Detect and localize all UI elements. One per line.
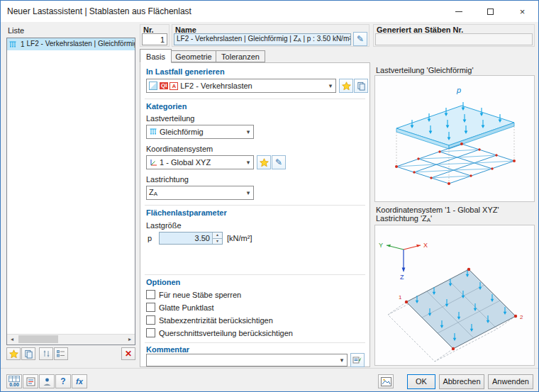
preview-top-title: Lastverteilung 'Gleichförmig' [376,66,473,74]
checkbox[interactable] [146,290,155,299]
dialog-window: Neuer Lastassistent | Stablasten aus Flä… [0,0,539,392]
node-2-label: 2 [520,314,523,320]
checkbox[interactable] [146,315,155,325]
direction-label: Lastrichtung [146,175,189,184]
loadcase-type-badge: A [170,82,178,90]
coordsys-dropdown[interactable]: 1 - Global XYZ ▾ [146,155,254,169]
load-list: 1 LF2 - Verkehrslasten | Gleichförmig | … [6,38,135,345]
new-star-icon [260,158,269,167]
display-properties-button[interactable] [23,374,38,388]
loadcase-section-header: In Lastfall generieren [146,67,225,76]
scroll-left-button[interactable]: ◂ [7,335,17,345]
edit-coordsys-button[interactable]: ✎ [272,155,286,169]
minimize-button[interactable] [443,1,474,22]
close-icon: × [520,6,526,17]
apply-button[interactable]: Anwenden [488,374,533,389]
person-icon [43,377,52,386]
basis-tab-panel: In Lastfall generieren QI A LF2 - Verkeh… [140,62,370,367]
list-delete-button[interactable]: ✕ [121,347,135,360]
list-sort-button[interactable] [39,347,53,360]
load-distribution-preview: p [375,76,534,201]
load-item-icon [9,40,17,49]
loadcase-dropdown[interactable]: QI A LF2 - Verkehrslasten ▾ [146,79,336,93]
p-value: 3.50 [160,233,212,244]
formula-button[interactable]: fx [72,374,87,388]
loadcase-color-chip [149,82,157,90]
window-title: Neuer Lastassistent | Stablasten aus Flä… [1,6,191,16]
chevron-down-icon: ▾ [243,128,253,135]
list-lines-icon [57,350,65,357]
p-load-label: p [456,86,461,94]
pencil-icon: ✎ [275,158,282,167]
new-loadcase-button[interactable] [339,79,353,93]
preview-settings-button[interactable] [378,374,394,388]
options-section-header: Optionen [146,278,180,286]
coordsys-value: 1 - Global XYZ [160,158,243,167]
coordinate-system-preview: 1 2 X Y Z [375,225,534,365]
option-label: Glatte Punktlast [159,303,214,312]
cancel-button[interactable]: Abbrechen [439,374,484,389]
loadcase-value: LF2 - Verkehrslasten [180,82,326,90]
sort-arrows-icon [43,349,50,358]
scroll-right-button[interactable]: ▸ [125,335,135,345]
help-button[interactable]: ? [55,374,71,388]
footer-divider [1,368,539,369]
direction-value: ZA [149,188,243,197]
nr-field[interactable]: 1 [142,33,167,45]
tab-geometrie[interactable]: Geometrie [171,50,216,62]
maximize-icon [487,9,494,15]
new-coordsys-button[interactable] [257,155,271,169]
scrollbar-track[interactable] [17,335,125,345]
direction-dropdown[interactable]: ZA ▾ [146,186,254,200]
edit-name-button[interactable]: ✎ [353,32,367,46]
new-star-icon [9,349,18,359]
option-row-lock-new-members[interactable]: Für neue Stäbe sperren [146,290,241,299]
option-row-member-eccentricity[interactable]: Stabexzentrizität berücksichtigen [146,315,273,325]
chevron-down-icon: ▾ [337,357,347,364]
name-field[interactable]: LF2 - Verkehrslasten | Gleichförmig | ZA… [174,33,351,45]
chevron-down-icon: ▾ [326,82,335,89]
option-label: Querschnittsverteilung berücksichtigen [159,329,293,337]
units-table-icon [9,376,20,382]
list-header: Liste [8,26,24,35]
axis-x-label: X [423,242,428,249]
spin-up-button[interactable]: ▴ [213,233,222,238]
spin-down-button[interactable]: ▾ [213,238,222,245]
p-value-field[interactable]: 3.50 ▴ ▾ [159,232,223,245]
option-row-section-distribution[interactable]: Querschnittsverteilung berücksichtigen [146,328,293,337]
units-button[interactable]: 0.00 [6,374,22,388]
distribution-value: Gleichförmig [160,128,243,136]
list-item[interactable]: 1 LF2 - Verkehrslasten | Gleichförmig | … [7,38,135,50]
pencil-icon: ✎ [357,35,364,43]
ok-button[interactable]: OK [407,374,435,389]
scrollbar-thumb[interactable] [18,335,58,343]
list-settings-button[interactable] [54,347,68,360]
list-add-button[interactable] [6,347,21,360]
params-section-header: Flächenlastparameter [146,208,227,217]
horizontal-scrollbar[interactable]: ◂ ▸ [7,334,135,345]
loadcase-category-badge: QI [160,82,168,89]
title-bar: Neuer Lastassistent | Stablasten aus Flä… [1,1,538,22]
distribution-dropdown[interactable]: Gleichförmig ▾ [146,125,254,139]
tab-toleranzen[interactable]: Toleranzen [216,50,265,62]
copy-loadcase-button[interactable] [354,79,368,93]
list-copy-button[interactable] [21,347,35,360]
p-label: p [148,234,152,242]
distribution-chip-icon [149,128,157,136]
comment-dropdown[interactable]: ▾ [146,354,348,366]
tab-basis[interactable]: Basis [140,49,172,63]
section-divider [145,99,365,99]
generated-field[interactable] [375,33,533,45]
window-controls: × [443,1,538,22]
close-button[interactable]: × [506,1,538,22]
p-unit-label: [kN/m²] [227,234,252,242]
checkbox[interactable] [146,303,155,312]
config-button[interactable] [39,374,55,388]
axes-chip-icon [149,158,157,167]
maximize-button[interactable] [474,1,506,22]
comment-apply-button[interactable] [350,353,365,367]
checkbox[interactable] [146,328,155,337]
p-spinner: ▴ ▾ [212,233,222,244]
formula-fx-icon: fx [76,378,83,386]
option-row-smooth-point-load[interactable]: Glatte Punktlast [146,303,214,312]
